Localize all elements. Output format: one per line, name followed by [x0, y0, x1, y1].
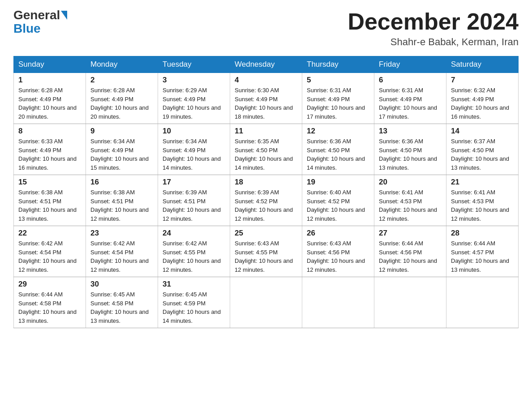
day-cell-11: 11Sunrise: 6:35 AMSunset: 4:50 PMDayligh… [230, 124, 302, 175]
day-number: 3 [163, 76, 225, 85]
day-info: Sunrise: 6:41 AMSunset: 4:53 PMDaylight:… [379, 188, 442, 223]
weekday-header-monday: Monday [86, 56, 158, 73]
day-number: 12 [307, 127, 369, 136]
day-number: 4 [235, 76, 297, 85]
day-info: Sunrise: 6:40 AMSunset: 4:52 PMDaylight:… [307, 188, 369, 223]
day-cell-2: 2Sunrise: 6:28 AMSunset: 4:49 PMDaylight… [86, 73, 158, 124]
day-info: Sunrise: 6:36 AMSunset: 4:50 PMDaylight:… [379, 137, 442, 172]
day-number: 13 [379, 127, 442, 136]
day-cell-8: 8Sunrise: 6:33 AMSunset: 4:49 PMDaylight… [14, 124, 86, 175]
day-cell-16: 16Sunrise: 6:38 AMSunset: 4:51 PMDayligh… [86, 175, 158, 226]
day-info: Sunrise: 6:44 AMSunset: 4:57 PMDaylight:… [451, 239, 514, 274]
empty-cell [230, 277, 302, 328]
day-info: Sunrise: 6:45 AMSunset: 4:59 PMDaylight:… [163, 290, 225, 325]
day-number: 27 [379, 229, 442, 238]
logo-arrow-icon [61, 11, 67, 20]
day-number: 10 [163, 127, 225, 136]
day-cell-22: 22Sunrise: 6:42 AMSunset: 4:54 PMDayligh… [14, 226, 86, 277]
weekday-header-saturday: Saturday [446, 56, 519, 73]
day-cell-19: 19Sunrise: 6:40 AMSunset: 4:52 PMDayligh… [302, 175, 374, 226]
day-info: Sunrise: 6:30 AMSunset: 4:49 PMDaylight:… [235, 86, 297, 121]
day-cell-25: 25Sunrise: 6:43 AMSunset: 4:55 PMDayligh… [230, 226, 302, 277]
day-number: 9 [90, 127, 153, 136]
location-title: Shahr-e Babak, Kerman, Iran [348, 36, 519, 48]
weekday-header-tuesday: Tuesday [158, 56, 230, 73]
week-row-4: 22Sunrise: 6:42 AMSunset: 4:54 PMDayligh… [14, 226, 519, 277]
week-row-3: 15Sunrise: 6:38 AMSunset: 4:51 PMDayligh… [14, 175, 519, 226]
day-cell-26: 26Sunrise: 6:43 AMSunset: 4:56 PMDayligh… [302, 226, 374, 277]
weekday-header-thursday: Thursday [302, 56, 374, 73]
day-info: Sunrise: 6:39 AMSunset: 4:52 PMDaylight:… [235, 188, 297, 223]
day-info: Sunrise: 6:31 AMSunset: 4:49 PMDaylight:… [379, 86, 442, 121]
day-cell-17: 17Sunrise: 6:39 AMSunset: 4:51 PMDayligh… [158, 175, 230, 226]
day-number: 31 [163, 280, 225, 289]
day-info: Sunrise: 6:39 AMSunset: 4:51 PMDaylight:… [163, 188, 225, 223]
day-number: 22 [18, 229, 81, 238]
day-info: Sunrise: 6:37 AMSunset: 4:50 PMDaylight:… [451, 137, 514, 172]
day-info: Sunrise: 6:28 AMSunset: 4:49 PMDaylight:… [90, 86, 153, 121]
day-number: 15 [18, 178, 81, 187]
day-cell-9: 9Sunrise: 6:34 AMSunset: 4:49 PMDaylight… [86, 124, 158, 175]
day-cell-20: 20Sunrise: 6:41 AMSunset: 4:53 PMDayligh… [374, 175, 446, 226]
day-number: 20 [379, 178, 442, 187]
day-info: Sunrise: 6:28 AMSunset: 4:49 PMDaylight:… [18, 86, 81, 121]
day-number: 14 [451, 127, 514, 136]
day-cell-4: 4Sunrise: 6:30 AMSunset: 4:49 PMDaylight… [230, 73, 302, 124]
day-number: 1 [18, 76, 81, 85]
empty-cell [374, 277, 446, 328]
day-info: Sunrise: 6:44 AMSunset: 4:56 PMDaylight:… [379, 239, 442, 274]
week-row-2: 8Sunrise: 6:33 AMSunset: 4:49 PMDaylight… [14, 124, 519, 175]
day-number: 16 [90, 178, 153, 187]
day-info: Sunrise: 6:35 AMSunset: 4:50 PMDaylight:… [235, 137, 297, 172]
day-cell-21: 21Sunrise: 6:41 AMSunset: 4:53 PMDayligh… [446, 175, 519, 226]
day-cell-13: 13Sunrise: 6:36 AMSunset: 4:50 PMDayligh… [374, 124, 446, 175]
calendar-table: SundayMondayTuesdayWednesdayThursdayFrid… [13, 56, 519, 328]
weekday-header-friday: Friday [374, 56, 446, 73]
week-row-5: 29Sunrise: 6:44 AMSunset: 4:58 PMDayligh… [14, 277, 519, 328]
day-info: Sunrise: 6:31 AMSunset: 4:49 PMDaylight:… [307, 86, 369, 121]
empty-cell [446, 277, 519, 328]
day-cell-7: 7Sunrise: 6:32 AMSunset: 4:49 PMDaylight… [446, 73, 519, 124]
day-cell-28: 28Sunrise: 6:44 AMSunset: 4:57 PMDayligh… [446, 226, 519, 277]
day-cell-23: 23Sunrise: 6:42 AMSunset: 4:54 PMDayligh… [86, 226, 158, 277]
logo: General Blue [13, 9, 68, 36]
day-cell-18: 18Sunrise: 6:39 AMSunset: 4:52 PMDayligh… [230, 175, 302, 226]
day-info: Sunrise: 6:32 AMSunset: 4:49 PMDaylight:… [451, 86, 514, 121]
day-cell-30: 30Sunrise: 6:45 AMSunset: 4:58 PMDayligh… [86, 277, 158, 328]
day-info: Sunrise: 6:45 AMSunset: 4:58 PMDaylight:… [90, 290, 153, 325]
day-number: 23 [90, 229, 153, 238]
title-block: December 2024 Shahr-e Babak, Kerman, Ira… [348, 9, 519, 48]
day-cell-29: 29Sunrise: 6:44 AMSunset: 4:58 PMDayligh… [14, 277, 86, 328]
day-cell-10: 10Sunrise: 6:34 AMSunset: 4:49 PMDayligh… [158, 124, 230, 175]
week-row-1: 1Sunrise: 6:28 AMSunset: 4:49 PMDaylight… [14, 73, 519, 124]
day-info: Sunrise: 6:44 AMSunset: 4:58 PMDaylight:… [18, 290, 81, 325]
day-info: Sunrise: 6:43 AMSunset: 4:55 PMDaylight:… [235, 239, 297, 274]
day-info: Sunrise: 6:38 AMSunset: 4:51 PMDaylight:… [18, 188, 81, 223]
day-number: 28 [451, 229, 514, 238]
day-number: 18 [235, 178, 297, 187]
weekday-header-sunday: Sunday [14, 56, 86, 73]
day-info: Sunrise: 6:41 AMSunset: 4:53 PMDaylight:… [451, 188, 514, 223]
day-info: Sunrise: 6:38 AMSunset: 4:51 PMDaylight:… [90, 188, 153, 223]
day-info: Sunrise: 6:34 AMSunset: 4:49 PMDaylight:… [90, 137, 153, 172]
day-number: 5 [307, 76, 369, 85]
day-info: Sunrise: 6:42 AMSunset: 4:54 PMDaylight:… [18, 239, 81, 274]
day-number: 19 [307, 178, 369, 187]
day-info: Sunrise: 6:43 AMSunset: 4:56 PMDaylight:… [307, 239, 369, 274]
page-header: General Blue December 2024 Shahr-e Babak… [13, 9, 519, 48]
day-cell-15: 15Sunrise: 6:38 AMSunset: 4:51 PMDayligh… [14, 175, 86, 226]
day-info: Sunrise: 6:29 AMSunset: 4:49 PMDaylight:… [163, 86, 225, 121]
day-number: 8 [18, 127, 81, 136]
day-cell-31: 31Sunrise: 6:45 AMSunset: 4:59 PMDayligh… [158, 277, 230, 328]
logo-general-text: General [13, 9, 60, 21]
day-info: Sunrise: 6:34 AMSunset: 4:49 PMDaylight:… [163, 137, 225, 172]
day-number: 2 [90, 76, 153, 85]
day-info: Sunrise: 6:33 AMSunset: 4:49 PMDaylight:… [18, 137, 81, 172]
day-cell-1: 1Sunrise: 6:28 AMSunset: 4:49 PMDaylight… [14, 73, 86, 124]
day-cell-24: 24Sunrise: 6:42 AMSunset: 4:55 PMDayligh… [158, 226, 230, 277]
day-number: 11 [235, 127, 297, 136]
day-cell-27: 27Sunrise: 6:44 AMSunset: 4:56 PMDayligh… [374, 226, 446, 277]
day-number: 21 [451, 178, 514, 187]
day-cell-3: 3Sunrise: 6:29 AMSunset: 4:49 PMDaylight… [158, 73, 230, 124]
day-number: 25 [235, 229, 297, 238]
